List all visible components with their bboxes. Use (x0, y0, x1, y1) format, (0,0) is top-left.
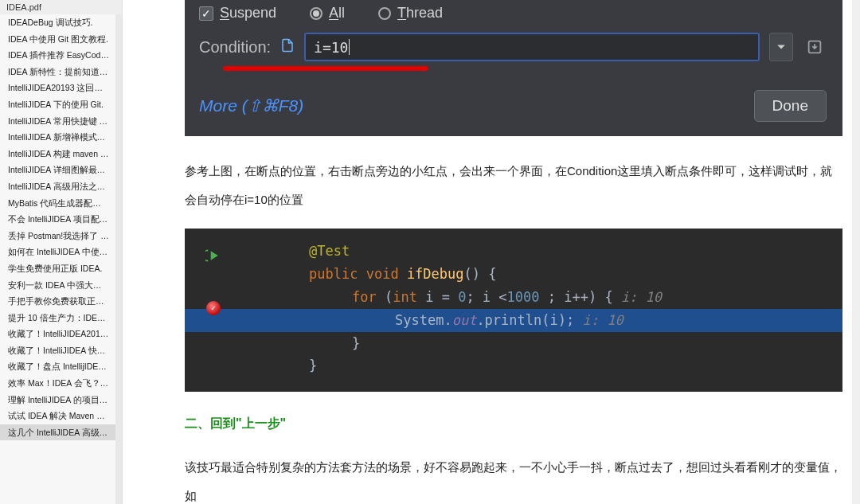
sidebar-scrollbar[interactable] (115, 14, 122, 504)
run-icon[interactable] (205, 248, 221, 271)
chevron-down-icon (776, 42, 786, 52)
file-icon (280, 37, 295, 58)
radio-all[interactable]: All (310, 5, 345, 21)
sidebar-item[interactable]: IDEA 中使用 Git 图文教程. (0, 31, 115, 48)
sidebar-item[interactable]: 学生免费使用正版 IDEA. (0, 260, 115, 277)
sidebar-list[interactable]: IDEADeBug 调试技巧.IDEA 中使用 Git 图文教程.IDEA 插件… (0, 14, 115, 504)
done-button[interactable]: Done (754, 90, 827, 122)
sidebar-item[interactable]: IDEA 新特性：提前知道代… (0, 64, 115, 80)
sidebar-item[interactable]: IntelliJIDEA 新增禅模式和 Li… (0, 129, 115, 146)
sidebar-item[interactable]: 理解 IntelliJIDEA 的项目配… (0, 392, 115, 408)
condition-input[interactable]: i=10 (304, 33, 760, 61)
sidebar-item[interactable]: MyBatis 代码生成器配置详… (0, 195, 115, 212)
checkbox-icon: ✓ (199, 6, 213, 21)
sidebar: IDEA.pdf IDEADeBug 调试技巧.IDEA 中使用 Git 图文教… (0, 0, 123, 504)
sidebar-item[interactable]: IntelliJIDEA 常用快捷键 Ma… (0, 113, 115, 130)
paragraph-2: 该技巧最适合特别复杂的方法套方法的场景，好不容易跑起来，一不小心手一抖，断点过去… (185, 453, 842, 504)
sidebar-item[interactable]: 试试 IDEA 解决 Maven 依赖… (0, 408, 115, 424)
highlight-underline (223, 66, 428, 71)
sidebar-item[interactable]: 这几个 IntelliJIDEA 高级调… (0, 424, 115, 441)
condition-label: Condition: (199, 38, 271, 57)
radio-icon (310, 7, 322, 20)
sidebar-item[interactable]: IDEA 插件推荐 EasyCode 一… (0, 47, 115, 64)
breakpoint-icon[interactable] (206, 301, 221, 315)
sidebar-item[interactable]: 手把手教你免费获取正版 Int… (0, 293, 115, 310)
main-scrollbar[interactable] (852, 0, 860, 504)
sidebar-item[interactable]: 如何在 IntelliJIDEA 中使用 Git. (0, 244, 115, 260)
sidebar-item[interactable]: 效率 Max！IDEA 会飞？只… (0, 375, 115, 392)
condition-dropdown[interactable] (769, 33, 793, 61)
sidebar-item[interactable]: IDEADeBug 调试技巧. (0, 14, 115, 31)
section-heading: 二、回到"上一步" (185, 416, 842, 432)
sidebar-item[interactable]: IntelliJIDEA 构建 maven 多… (0, 146, 115, 162)
sidebar-item[interactable]: IntelliJIDEA 下的使用 Git. (0, 96, 115, 113)
radio-icon (378, 7, 391, 20)
sidebar-item[interactable]: 安利一款 IDEA 中强大的代… (0, 277, 115, 294)
breakpoint-dialog: ✓ SSuspenduspend All Thread Condition: (185, 0, 842, 136)
sidebar-item[interactable]: IntelliJIDEA 高级用法之：集… (0, 178, 115, 195)
sidebar-item[interactable]: 收藏了！盘点 IntellijIDEA 那… (0, 358, 115, 375)
sidebar-item[interactable]: 收藏了！IntelliJIDEA2019 … (0, 326, 115, 342)
import-icon[interactable] (803, 33, 827, 61)
sidebar-item[interactable]: 丢掉 Postman!我选择了 IDE… (0, 228, 115, 244)
more-link[interactable]: More (⇧⌘F8) (199, 96, 303, 115)
code-editor: @Test public void ifDebug() { for (int i… (185, 229, 842, 392)
paragraph-1: 参考上图，在断点的位置，右击断点旁边的小红点，会出来一个界面，在Conditio… (185, 157, 842, 214)
sidebar-item[interactable]: 不会 IntelliJIDEA 项目配置… (0, 211, 115, 228)
sidebar-item[interactable]: IntelliJIDEA20193 这回真… (0, 80, 115, 96)
sidebar-title: IDEA.pdf (0, 0, 122, 14)
main-content: ✓ SSuspenduspend All Thread Condition: (123, 0, 852, 504)
gutter (197, 229, 229, 392)
sidebar-item[interactable]: 收藏了！IntelliJIDEA 快捷… (0, 342, 115, 359)
suspend-checkbox[interactable]: ✓ SSuspenduspend (199, 5, 276, 21)
sidebar-item[interactable]: IntelliJIDEA 详细图解最常… (0, 162, 115, 178)
radio-thread[interactable]: Thread (378, 5, 443, 21)
sidebar-item[interactable]: 提升 10 倍生产力：IDEA远… (0, 310, 115, 326)
